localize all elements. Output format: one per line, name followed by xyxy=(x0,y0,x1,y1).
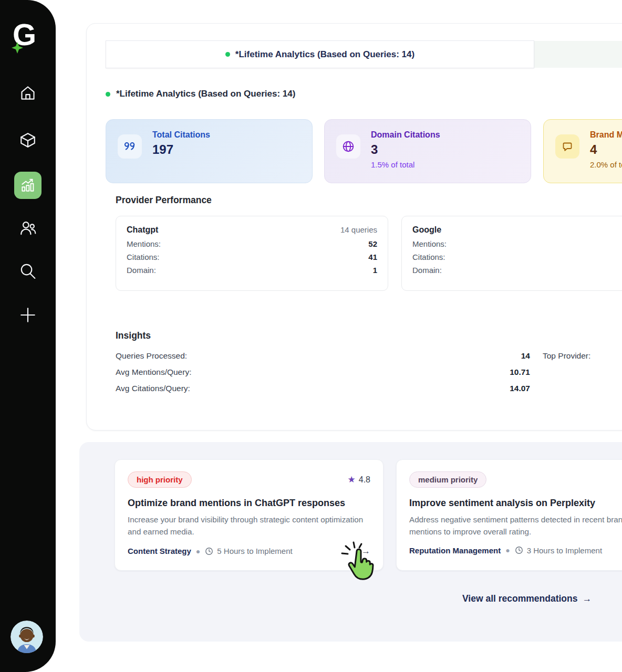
banner-text: *Lifetime Analytics (Based on Queries: 1… xyxy=(235,49,414,60)
provider-card-chatgpt: Chatgpt 14 queries Mentions: 52 Citation… xyxy=(116,216,388,291)
stat-value: 197 xyxy=(152,142,210,157)
package-icon xyxy=(19,131,37,149)
status-dot xyxy=(225,52,230,57)
provider-performance-heading: Provider Performance xyxy=(116,195,212,206)
view-all-recommendations-link[interactable]: View all recommendations → xyxy=(462,593,592,604)
stat-card-domain-citations[interactable]: Domain Citations 3 1.5% of total xyxy=(324,119,531,183)
insight-label: Avg Citations/Query: xyxy=(116,384,190,393)
users-icon xyxy=(19,219,37,237)
insight-label: Avg Mentions/Query: xyxy=(116,368,191,377)
stat-value: 4 xyxy=(590,142,622,157)
stat-subtitle: 1.5% of total xyxy=(371,160,440,169)
sidebar-item-search[interactable] xyxy=(19,262,37,280)
recommendation-description: Increase your brand visibility through s… xyxy=(128,514,365,538)
star-icon: ★ xyxy=(348,475,356,484)
category-label: Content Strategy xyxy=(128,547,191,555)
insight-value: 14.07 xyxy=(510,384,530,393)
recommendation-description: Address negative sentiment patterns dete… xyxy=(409,514,622,538)
chat-bubble-icon xyxy=(555,134,579,159)
stat-value: 1 xyxy=(373,266,377,275)
stat-title: Brand Mentions xyxy=(590,130,622,140)
stat-label: Domain: xyxy=(412,266,442,275)
analytics-panel: *Lifetime Analytics (Based on Queries: 1… xyxy=(86,23,622,430)
quote-icon xyxy=(118,134,142,159)
globe-icon xyxy=(336,134,360,159)
sidebar: G xyxy=(0,0,56,672)
sidebar-item-add[interactable] xyxy=(19,306,37,324)
section-header: *Lifetime Analytics (Based on Queries: 1… xyxy=(106,89,295,99)
insight-value: 10.71 xyxy=(510,368,530,377)
recommendation-title: Improve sentiment analysis on Perplexity xyxy=(409,498,622,509)
time-label: 3 Hours to Implement xyxy=(527,546,602,555)
app-root: G xyxy=(0,0,622,672)
recommendation-card-improve-sentiment[interactable]: medium priority Improve sentiment analys… xyxy=(396,459,622,571)
provider-card-google: Google Mentions: Citations: Domain: xyxy=(401,216,622,291)
stat-label: Mentions: xyxy=(412,239,447,248)
stat-label: Citations: xyxy=(412,253,445,261)
stat-value: 3 xyxy=(371,142,440,157)
stat-card-total-citations[interactable]: Total Citations 197 xyxy=(106,119,313,183)
sidebar-item-analytics-active[interactable] xyxy=(14,172,42,199)
avatar-image xyxy=(11,621,43,653)
provider-stat-row: Citations: 41 xyxy=(127,253,377,261)
sidebar-item-users[interactable] xyxy=(19,219,37,237)
time-to-implement: 5 Hours to Implement xyxy=(205,547,292,555)
home-icon xyxy=(19,84,37,102)
category-label: Reputation Management xyxy=(409,546,501,555)
insight-label: Top Provider: xyxy=(543,351,590,361)
user-avatar[interactable] xyxy=(11,621,43,653)
stat-label: Domain: xyxy=(127,266,156,275)
stat-subtitle: 2.0% of total xyxy=(590,160,622,169)
sidebar-item-home[interactable] xyxy=(19,84,37,102)
provider-stat-row: Domain: xyxy=(412,266,622,275)
brand-logo[interactable]: G xyxy=(13,16,44,54)
sidebar-item-products[interactable] xyxy=(19,131,37,149)
arrow-right-icon[interactable]: → xyxy=(361,546,370,556)
analytics-icon xyxy=(19,177,36,194)
provider-name: Google xyxy=(412,225,441,235)
banner-side-strip xyxy=(534,41,622,68)
section-header-text: *Lifetime Analytics (Based on Queries: 1… xyxy=(116,89,295,99)
insight-row: Top Provider: xyxy=(543,351,622,361)
recommendation-title: Optimize brand mentions in ChatGPT respo… xyxy=(128,498,370,509)
insight-row: Avg Citations/Query: 14.07 xyxy=(116,384,530,393)
stat-value: 41 xyxy=(368,253,377,261)
time-to-implement: 3 Hours to Implement xyxy=(515,546,602,555)
priority-badge: high priority xyxy=(128,471,192,488)
insight-row: Avg Mentions/Query: 10.71 xyxy=(116,368,530,377)
arrow-right-icon: → xyxy=(582,593,592,604)
recommendations-panel: high priority ★ 4.8 Optimize brand menti… xyxy=(79,442,622,642)
rating: ★ 4.8 xyxy=(348,475,371,485)
stat-title: Domain Citations xyxy=(371,130,440,140)
insights-left-column: Queries Processed: 14 Avg Mentions/Query… xyxy=(116,351,530,393)
stat-label: Citations: xyxy=(127,253,160,261)
add-icon xyxy=(19,306,37,324)
insights-heading: Insights xyxy=(116,330,151,341)
insight-label: Queries Processed: xyxy=(116,351,187,361)
provider-stat-row: Mentions: xyxy=(412,239,622,248)
provider-queries: 14 queries xyxy=(340,225,377,234)
insight-value: 14 xyxy=(521,351,530,361)
clock-icon xyxy=(205,547,213,555)
lifetime-analytics-banner: *Lifetime Analytics (Based on Queries: 1… xyxy=(106,40,534,68)
search-icon xyxy=(19,262,37,280)
provider-name: Chatgpt xyxy=(127,225,158,235)
stat-title: Total Citations xyxy=(152,130,210,140)
provider-stat-row: Mentions: 52 xyxy=(127,239,377,248)
separator-dot: ● xyxy=(505,546,510,554)
separator-dot: ● xyxy=(196,547,200,555)
recommendation-card-optimize-brand-mentions[interactable]: high priority ★ 4.8 Optimize brand menti… xyxy=(115,459,383,571)
status-dot xyxy=(106,92,110,97)
stat-value: 52 xyxy=(368,239,377,248)
view-all-label: View all recommendations xyxy=(462,593,577,604)
stat-label: Mentions: xyxy=(127,239,161,248)
provider-stat-row: Citations: xyxy=(412,253,622,261)
rating-value: 4.8 xyxy=(359,475,370,485)
clock-icon xyxy=(515,546,523,554)
time-label: 5 Hours to Implement xyxy=(217,547,292,555)
stat-card-brand-mentions[interactable]: Brand Mentions 4 2.0% of total xyxy=(543,119,622,183)
provider-stat-row: Domain: 1 xyxy=(127,266,377,275)
insight-row: Queries Processed: 14 xyxy=(116,351,530,361)
insights-right-column: Top Provider: xyxy=(543,351,622,361)
priority-badge: medium priority xyxy=(409,471,486,488)
